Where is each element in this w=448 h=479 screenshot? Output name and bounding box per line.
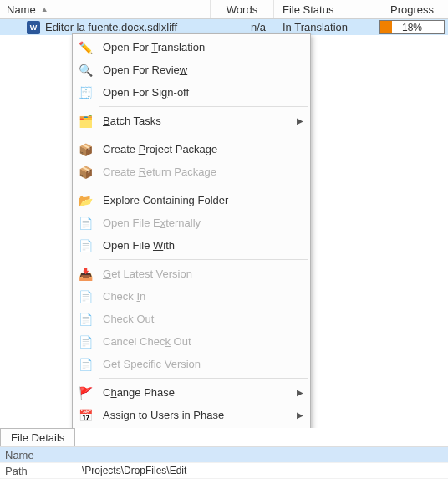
menu-create-project-package[interactable]: 📦 Create Project Package	[73, 138, 310, 161]
menu-label: Get Latest Version	[103, 268, 290, 280]
version-icon: 📄	[76, 356, 94, 373]
document-icon: 📄	[76, 215, 94, 232]
document-search-icon: 📄	[76, 237, 94, 254]
menu-label: Assign to Users in Phase	[103, 409, 290, 421]
column-header-progress-label: Progress	[390, 3, 434, 16]
pencil-icon: ✏️	[76, 39, 94, 56]
menu-batch-tasks[interactable]: 🗂️ Batch Tasks ▶	[73, 110, 310, 132]
menu-separator	[99, 186, 308, 186]
menu-label: Open File With	[103, 239, 290, 252]
menu-label: Create Project Package	[103, 143, 290, 155]
column-header-words[interactable]: Words	[211, 0, 274, 18]
file-details-grid: Name Path \Projects\DropFiles\Edit	[0, 446, 448, 479]
column-header-progress[interactable]: Progress	[379, 0, 445, 18]
menu-label: Change Phase	[103, 386, 290, 399]
menu-get-latest-version: 📥 Get Latest Version	[73, 262, 310, 285]
menu-separator	[99, 259, 308, 260]
details-row-name[interactable]: Name	[0, 447, 448, 463]
magnifier-icon: 🔍	[76, 62, 94, 79]
package-in-icon: 📦	[76, 164, 94, 181]
menu-separator	[99, 135, 308, 135]
file-details-panel: File Details Name Path \Projects\DropFil…	[0, 428, 448, 479]
menu-label: Batch Tasks	[103, 115, 290, 127]
menu-get-specific-version: 📄 Get Specific Version	[73, 353, 310, 375]
menu-explore-containing-folder[interactable]: 📂 Explore Containing Folder	[73, 189, 310, 211]
menu-label: Open For Translation	[103, 41, 290, 54]
menu-cancel-check-out: 📄 Cancel Check Out	[73, 330, 310, 353]
menu-label: Explore Containing Folder	[103, 194, 290, 206]
menu-open-file-externally: 📄 Open File Externally	[73, 211, 310, 234]
stamp-icon: 🧾	[76, 84, 94, 101]
details-path-label: Path	[0, 465, 74, 477]
menu-open-file-with[interactable]: 📄 Open File With	[73, 234, 310, 257]
menu-check-out: 📄 Check Out	[73, 308, 310, 330]
menu-create-return-package: 📦 Create Return Package	[73, 161, 310, 183]
file-progress-cell: 18%	[379, 20, 445, 34]
column-header-name-label: Name	[7, 3, 36, 16]
file-name-text: Editor la fuente.docx.sdlxliff	[45, 21, 177, 33]
chevron-right-icon: ▶	[297, 410, 303, 420]
folder-open-icon: 📂	[76, 192, 94, 209]
details-path-value: \Projects\DropFiles\Edit	[74, 465, 448, 476]
menu-change-phase[interactable]: 🚩 Change Phase ▶	[73, 381, 310, 404]
menu-label: Check Out	[103, 313, 290, 325]
download-icon: 📥	[76, 266, 94, 283]
menu-check-in: 📄 Check In	[73, 285, 310, 308]
chevron-right-icon: ▶	[297, 116, 303, 125]
cancel-checkout-icon: 📄	[76, 334, 94, 350]
menu-label: Check In	[103, 290, 290, 303]
sort-ascending-icon: ▲	[41, 5, 48, 13]
word-document-icon: W	[27, 21, 40, 34]
file-words-cell: n/a	[211, 21, 274, 33]
menu-open-for-translation[interactable]: ✏️ Open For Translation	[73, 36, 310, 59]
column-header-status-label: File Status	[283, 3, 333, 16]
file-details-tab-label: File Details	[11, 431, 64, 444]
details-row-path[interactable]: Path \Projects\DropFiles\Edit	[0, 463, 448, 479]
calendar-user-icon: 📅	[76, 407, 94, 424]
progress-text: 18%	[402, 22, 422, 33]
package-out-icon: 📦	[76, 141, 94, 158]
flag-icon: 🚩	[76, 385, 94, 401]
menu-label: Open For Sign-off	[103, 86, 290, 99]
menu-label: Open For Review	[103, 64, 290, 76]
checkin-icon: 📄	[76, 288, 94, 305]
menu-assign-to-users[interactable]: 📅 Assign to Users in Phase ▶	[73, 404, 310, 426]
context-menu: ✏️ Open For Translation 🔍 Open For Revie…	[72, 33, 311, 479]
menu-label: Create Return Package	[103, 166, 290, 178]
menu-open-for-review[interactable]: 🔍 Open For Review	[73, 59, 310, 81]
progress-bar-fill	[380, 21, 392, 33]
chevron-right-icon: ▶	[297, 388, 303, 397]
file-details-tab[interactable]: File Details	[0, 428, 75, 446]
tasks-icon: 🗂️	[76, 113, 94, 130]
column-header-status[interactable]: File Status	[274, 0, 379, 18]
column-header-row: Name ▲ Words File Status Progress	[0, 0, 448, 19]
menu-label: Open File Externally	[103, 217, 290, 229]
file-status-cell: In Translation	[274, 21, 379, 33]
column-header-words-label: Words	[227, 3, 257, 16]
menu-separator	[99, 106, 308, 107]
column-header-name[interactable]: Name ▲	[0, 0, 211, 18]
details-name-label: Name	[0, 449, 74, 461]
menu-open-for-signoff[interactable]: 🧾 Open For Sign-off	[73, 81, 310, 104]
menu-label: Get Specific Version	[103, 358, 290, 370]
checkout-icon: 📄	[76, 311, 94, 328]
menu-label: Cancel Check Out	[103, 335, 290, 348]
menu-separator	[99, 378, 308, 379]
file-name-cell: W Editor la fuente.docx.sdlxliff	[0, 21, 211, 34]
